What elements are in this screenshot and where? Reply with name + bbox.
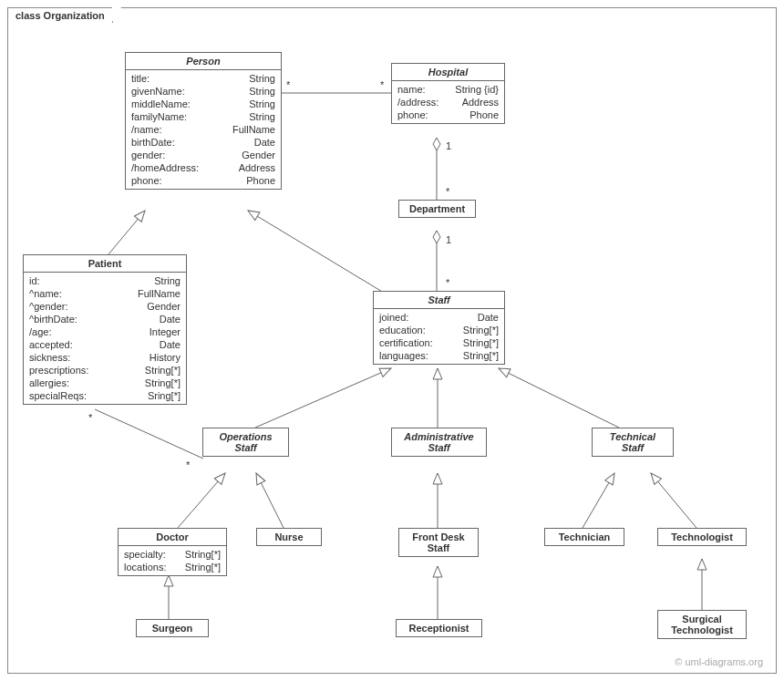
attr-type: History [150,351,181,364]
attr-type: String [249,110,275,123]
svg-line-5 [95,409,203,459]
attr-row: certification:String[*] [379,336,499,349]
attr-name: specialReqs: [29,389,92,402]
attr-row: phone:Phone [397,108,499,121]
class-operations-staff: Operations Staff [202,428,289,457]
class-surgical-technologist: Surgical Technologist [657,610,747,639]
class-attrs: title:StringgivenName:StringmiddleName:S… [126,70,281,189]
attr-name: specialty: [124,548,171,561]
class-title: Department [399,201,475,217]
attr-type: Phone [246,174,275,187]
attr-name: /name: [131,123,168,136]
svg-line-13 [651,473,696,528]
attr-row: education:String[*] [379,324,499,336]
class-title: Person [126,53,281,70]
attr-row: allergies:String[*] [29,377,181,389]
class-title: Nurse [257,529,321,545]
class-hospital: Hospital name:String {id}/address:Addres… [391,63,505,124]
attr-type: Sring[*] [148,389,181,402]
mult-person-hospital-left: * [286,79,290,90]
attr-name: joined: [379,311,414,324]
class-department: Department [398,200,476,218]
attr-type: String[*] [185,548,221,561]
attr-type: String[*] [463,349,499,362]
class-title: Technologist [658,529,746,545]
attr-type: Gender [147,300,181,313]
attr-row: givenName:String [131,85,275,98]
attr-type: String [249,98,275,110]
attr-row: gender:Gender [131,149,275,161]
attr-row: /address:Address [397,96,499,108]
class-technical-staff: Technical Staff [592,428,674,457]
class-doctor: Doctor specialty:String[*]locations:Stri… [118,528,227,576]
attr-type: String[*] [145,364,181,377]
class-title: Hospital [392,64,504,81]
attr-type: String {id} [455,83,499,96]
class-patient: Patient id:String^name:FullName^gender:G… [23,254,187,405]
attr-row: ^name:FullName [29,287,181,300]
attr-name: sickness: [29,351,76,364]
mult-hospital-dept-bot: * [446,186,449,197]
mult-dept-staff-top: 1 [446,234,451,245]
attr-name: allergies: [29,377,75,389]
attr-type: String[*] [185,561,221,573]
class-attrs: joined:Dateeducation:String[*]certificat… [374,309,504,364]
attr-name: education: [379,324,431,336]
class-staff: Staff joined:Dateeducation:String[*]cert… [373,291,505,365]
package-boundary: class Organization [7,7,777,674]
class-title: Receptionist [397,620,481,636]
attr-row: joined:Date [379,311,499,324]
class-receptionist: Receptionist [396,619,482,637]
attr-row: sickness:History [29,351,181,364]
class-title: Surgical Technologist [658,611,746,638]
attr-row: specialty:String[*] [124,548,221,561]
attr-type: String [154,274,181,287]
attr-name: phone: [397,108,434,121]
attr-type: String[*] [463,324,499,336]
attr-name: birthDate: [131,136,181,149]
mult-dept-staff-bot: * [446,277,449,288]
attr-type: String[*] [463,336,499,349]
class-attrs: id:String^name:FullName^gender:Gender^bi… [24,273,186,404]
attr-type: Date [160,313,181,325]
attr-type: String[*] [145,377,181,389]
attr-type: Date [478,311,499,324]
attr-row: prescriptions:String[*] [29,364,181,377]
attr-row: languages:String[*] [379,349,499,362]
attr-type: String [249,85,275,98]
attr-type: Integer [150,325,181,338]
attr-type: Date [160,338,181,351]
diagram-frame: class Organization [0,0,784,681]
class-title: Operations Staff [203,428,288,456]
attr-type: Phone [469,108,499,121]
class-title: Technician [545,529,624,545]
attr-name: id: [29,274,46,287]
attr-row: middleName:String [131,98,275,110]
mult-patient-ops-left: * [88,412,92,423]
attr-name: languages: [379,349,434,362]
svg-line-3 [108,211,145,254]
class-title: Patient [24,255,186,273]
attr-type: Date [254,136,275,149]
attr-name: familyName: [131,110,192,123]
attr-name: ^name: [29,287,67,300]
class-person: Person title:StringgivenName:Stringmiddl… [125,52,282,190]
attr-row: /name:FullName [131,123,275,136]
class-technologist: Technologist [657,528,747,546]
svg-line-10 [256,473,284,528]
mult-patient-ops-right: * [186,459,190,470]
class-nurse: Nurse [256,528,322,546]
attr-row: specialReqs:Sring[*] [29,389,181,402]
attr-name: ^gender: [29,300,73,313]
class-title: Administrative Staff [392,428,486,456]
attr-name: phone: [131,174,168,187]
attr-name: ^birthDate: [29,313,83,325]
attr-type: String [249,72,275,85]
attr-type: Address [462,96,499,108]
class-attrs: name:String {id}/address:Addressphone:Ph… [392,81,504,123]
attr-type: Address [239,161,275,174]
attr-row: accepted:Date [29,338,181,351]
mult-person-hospital-right: * [380,79,384,90]
attr-type: Gender [242,149,275,161]
svg-line-8 [499,368,619,428]
